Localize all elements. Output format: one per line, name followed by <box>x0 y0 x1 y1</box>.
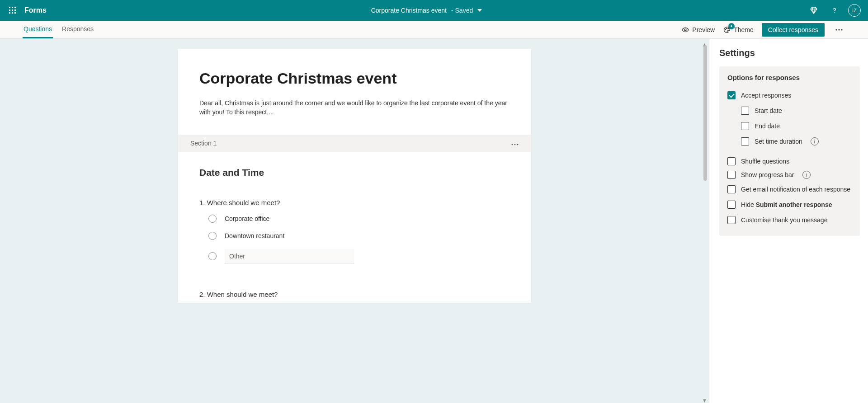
checkbox-icon[interactable] <box>741 107 749 115</box>
command-bar: Questions Responses Preview ✦ Theme Coll… <box>0 21 868 39</box>
ellipsis-icon <box>835 29 843 31</box>
app-header: Forms Corporate Christmas event - Saved … <box>0 0 868 21</box>
canvas-scrollbar[interactable]: ▴ ▾ <box>702 39 709 403</box>
svg-point-4 <box>728 28 729 29</box>
scroll-thumb[interactable] <box>703 45 707 181</box>
setting-hide-submit-another[interactable]: Hide Submit another response <box>727 197 853 212</box>
svg-point-1 <box>684 29 686 31</box>
email-notification-label: Get email notification of each response <box>741 186 850 193</box>
radio-icon[interactable] <box>208 252 217 260</box>
section-bar[interactable]: Section 1 <box>178 135 531 152</box>
command-bar-tabs: Questions Responses <box>23 21 94 38</box>
radio-icon[interactable] <box>208 215 217 223</box>
svg-point-0 <box>834 12 835 13</box>
svg-point-3 <box>726 28 727 28</box>
preview-button[interactable]: Preview <box>681 26 715 34</box>
checkbox-icon[interactable] <box>727 171 736 179</box>
radio-icon[interactable] <box>208 232 217 240</box>
end-date-label: End date <box>755 122 780 130</box>
waffle-icon <box>9 7 16 14</box>
collect-responses-button[interactable]: Collect responses <box>762 23 825 37</box>
setting-show-progress[interactable]: Show progress bar i <box>727 168 853 182</box>
q1-option-other[interactable] <box>208 249 509 263</box>
svg-point-8 <box>512 144 513 145</box>
checkbox-icon[interactable] <box>727 185 736 193</box>
question-1[interactable]: 1. Where should we meet? Corporate offic… <box>199 199 509 263</box>
setting-customise-thank-you[interactable]: Customise thank you message <box>727 212 853 228</box>
theme-badge-icon: ✦ <box>728 23 735 29</box>
checkbox-icon[interactable] <box>727 216 736 224</box>
header-center: Corporate Christmas event - Saved <box>47 7 807 14</box>
settings-title: Settings <box>719 48 860 58</box>
svg-point-7 <box>841 29 842 30</box>
theme-label: Theme <box>734 26 754 33</box>
form-canvas: Corporate Christmas event Dear all, Chri… <box>178 49 531 303</box>
preview-label: Preview <box>692 26 715 33</box>
q1-option-2[interactable]: Downtown restaurant <box>208 232 509 240</box>
brand-label[interactable]: Forms <box>24 6 47 14</box>
theme-button[interactable]: ✦ Theme <box>723 26 754 34</box>
svg-point-6 <box>838 29 840 30</box>
customise-thank-you-label: Customise thank you message <box>741 216 827 224</box>
info-icon[interactable]: i <box>811 137 819 145</box>
q1-option-1[interactable]: Corporate office <box>208 215 509 223</box>
setting-email-notification[interactable]: Get email notification of each response <box>727 182 853 197</box>
avatar[interactable]: IZ <box>848 4 861 17</box>
premium-icon[interactable] <box>807 3 821 18</box>
q1-option-2-label: Downtown restaurant <box>225 232 284 239</box>
ellipsis-icon <box>511 144 519 145</box>
section-body: Date and Time 1. Where should we meet? C… <box>178 152 531 303</box>
tab-responses[interactable]: Responses <box>61 21 94 38</box>
header-right: IZ <box>807 3 863 18</box>
section-label: Section 1 <box>190 140 217 147</box>
info-icon[interactable]: i <box>802 171 811 179</box>
settings-subtitle: Options for responses <box>727 74 853 81</box>
question-2[interactable]: 2. When should we meet? <box>199 291 509 298</box>
question-1-title: 1. Where should we meet? <box>199 199 509 206</box>
canvas-viewport: Corporate Christmas event Dear all, Chri… <box>0 39 709 403</box>
accept-responses-label: Accept responses <box>741 92 791 99</box>
start-date-label: Start date <box>755 107 782 114</box>
shuffle-questions-label: Shuffle questions <box>741 158 789 165</box>
workspace: Corporate Christmas event Dear all, Chri… <box>0 39 868 403</box>
settings-card: Options for responses Accept responses S… <box>719 66 860 236</box>
help-icon[interactable] <box>827 3 842 18</box>
command-bar-actions: Preview ✦ Theme Collect responses <box>681 21 845 38</box>
checkbox-icon[interactable] <box>727 157 736 165</box>
form-description: Dear all, Christmas is just around the c… <box>199 99 509 117</box>
setting-set-time-duration[interactable]: Set time duration i <box>727 134 853 149</box>
scroll-down-icon[interactable]: ▾ <box>703 397 708 401</box>
form-name[interactable]: Corporate Christmas event <box>371 7 447 14</box>
eye-icon <box>681 26 689 34</box>
settings-panel: Settings Options for responses Accept re… <box>709 39 868 403</box>
setting-end-date[interactable]: End date <box>727 118 853 134</box>
svg-point-5 <box>835 29 837 30</box>
setting-start-date[interactable]: Start date <box>727 103 853 118</box>
svg-point-10 <box>517 144 519 145</box>
form-title: Corporate Christmas event <box>199 70 509 87</box>
section-more-button[interactable] <box>511 140 519 147</box>
avatar-initials: IZ <box>852 8 857 13</box>
checkbox-icon[interactable] <box>727 91 736 99</box>
section-title[interactable]: Date and Time <box>199 167 509 178</box>
question-2-title: 2. When should we meet? <box>199 291 509 298</box>
checkbox-icon[interactable] <box>727 201 736 209</box>
svg-point-9 <box>514 144 516 145</box>
question-1-options: Corporate office Downtown restaurant <box>199 215 509 263</box>
q1-other-input[interactable] <box>225 249 354 263</box>
saved-state: - Saved <box>451 7 473 14</box>
setting-shuffle-questions[interactable]: Shuffle questions <box>727 155 853 168</box>
app-launcher[interactable] <box>5 2 21 19</box>
tab-questions[interactable]: Questions <box>23 21 53 38</box>
more-actions-button[interactable] <box>833 23 845 36</box>
q1-option-1-label: Corporate office <box>225 215 269 222</box>
checkbox-icon[interactable] <box>741 137 749 145</box>
svg-point-2 <box>725 29 726 30</box>
show-progress-label: Show progress bar <box>741 171 794 178</box>
checkbox-icon[interactable] <box>741 122 749 130</box>
chevron-down-icon[interactable] <box>477 9 482 12</box>
hide-submit-label: Hide Submit another response <box>741 201 832 208</box>
form-header-card[interactable]: Corporate Christmas event Dear all, Chri… <box>178 49 531 135</box>
set-time-duration-label: Set time duration <box>755 138 802 145</box>
setting-accept-responses[interactable]: Accept responses <box>727 88 853 103</box>
